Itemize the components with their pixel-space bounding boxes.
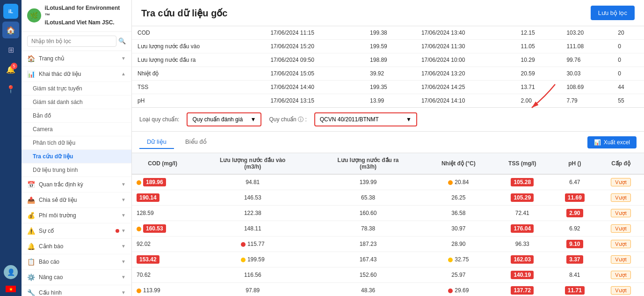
alert-icon: ⚠️ — [27, 227, 35, 235]
td-cod: 70.62 — [132, 267, 193, 283]
nav-label-khai-thac: Khai thác dữ liệu — [39, 71, 81, 77]
sidebar-subitem-giam-sat-danh-sach[interactable]: Giám sát danh sách — [22, 96, 131, 109]
summary-date2: 17/06/2024 13:20 — [416, 67, 515, 81]
chevron-chia-se: ▼ — [121, 197, 126, 202]
summary-val3: 7.79 — [561, 94, 612, 108]
td-nhiet: 25.97 — [424, 267, 493, 283]
summary-date1: 17/06/2024 11:15 — [265, 26, 364, 40]
summary-row: COD 17/06/2024 11:15 199.38 17/06/2024 1… — [132, 26, 644, 40]
td-lv-out: 48.36 — [312, 283, 424, 296]
td-ph: 11.71 — [552, 283, 598, 296]
vuot-badge: Vượt — [611, 224, 630, 233]
summary-val4: 55 — [612, 94, 644, 108]
chevron-canh-bao: ▼ — [121, 244, 126, 249]
td-cod: 160.53 — [132, 221, 193, 237]
save-filter-button[interactable]: Lưu bộ lọc — [591, 6, 635, 20]
icon-notification-badge[interactable]: 🔔 5 — [2, 61, 19, 78]
summary-val4: 44 — [612, 81, 644, 94]
nav-label-nang-cao: Nâng cao — [39, 274, 63, 281]
table-row: 153.42 199.59 167.43 32.75 162.03 3.37 V… — [132, 252, 644, 267]
data-table-header: COD (mg/l) Lưu lượng nước đầu vào(m3/h) … — [132, 153, 644, 174]
table-row: 128.59 122.38 160.60 36.58 72.41 2.90 Vư… — [132, 206, 644, 221]
th-cod: COD (mg/l) — [132, 153, 193, 174]
orange-dot — [137, 227, 141, 231]
export-excel-button[interactable]: 📊 Xuất excel — [587, 136, 637, 148]
search-input[interactable] — [27, 36, 116, 47]
su-co-dot — [116, 229, 119, 233]
language-flag[interactable] — [6, 286, 16, 292]
app-logo[interactable]: iL — [3, 4, 18, 19]
sidebar-item-su-co[interactable]: ⚠️ Sự cố ▼ — [22, 223, 131, 239]
icon-grid[interactable]: ⊞ — [2, 41, 19, 58]
company-logo-icon: 🌿 — [27, 8, 41, 22]
td-lv-in: 122.38 — [193, 206, 312, 221]
sidebar-item-khai-thac[interactable]: 📊 Khai thác dữ liệu ▲ — [22, 67, 131, 82]
chevron-khai-thac: ▲ — [121, 71, 126, 76]
table-row: 189.96 94.81 139.99 20.84 105.28 6.47 Vư… — [132, 174, 644, 190]
icon-location[interactable]: 📍 — [2, 81, 19, 97]
chevron-nang-cao: ▼ — [121, 274, 126, 280]
nav-label-canh-bao: Cảnh báo — [39, 243, 63, 250]
sidebar-item-nang-cao[interactable]: ⚙️ Nâng cao ▼ — [22, 270, 131, 285]
summary-table: COD 17/06/2024 11:15 199.38 17/06/2024 1… — [132, 26, 644, 107]
sidebar-subitem-phan-tich[interactable]: Phân tích dữ liệu — [22, 136, 131, 150]
chevron-su-co: ▼ — [121, 228, 126, 233]
summary-table-wrapper: COD 17/06/2024 11:15 199.38 17/06/2024 1… — [132, 26, 644, 108]
sidebar-subitem-giam-sat-truc-tuyen[interactable]: Giám sát trực tuyến — [22, 82, 131, 96]
td-tss: 105.29 — [493, 190, 552, 206]
vuot-badge: Vượt — [611, 255, 630, 264]
user-avatar[interactable]: 👤 — [4, 265, 18, 279]
table-row: 160.53 148.11 78.38 30.97 176.04 6.92 Vư… — [132, 221, 644, 237]
sidebar-subitem-camera[interactable]: Camera — [22, 123, 131, 136]
quy-chuan-select[interactable]: QCVN 40/2011/BTNMT ▼ — [314, 112, 417, 126]
vuot-badge: Vượt — [611, 240, 630, 248]
sidebar-item-cau-hinh[interactable]: 🔧 Cấu hình ▼ — [22, 285, 131, 296]
tab-du-lieu[interactable]: Dữ liệu — [139, 135, 174, 149]
orange-dot — [448, 180, 453, 185]
th-nhiet: Nhiệt độ (°C) — [424, 153, 493, 174]
td-cod: 190.14 — [132, 190, 193, 206]
sidebar-item-quan-trac[interactable]: 📅 Quan trắc định kỳ ▼ — [22, 177, 131, 192]
td-lv-out: 160.60 — [312, 206, 424, 221]
summary-val4: 20 — [612, 26, 644, 40]
td-cap-do: Vượt — [598, 221, 644, 237]
td-nhiet: 20.84 — [424, 174, 493, 190]
loai-quy-chuan-select[interactable]: Quy chuẩn đánh giá ▼ — [187, 112, 261, 126]
sidebar-subitem-du-lieu-tb[interactable]: Dữ liệu trung bình — [22, 163, 131, 177]
td-tss: 105.28 — [493, 174, 552, 190]
td-ph: 2.90 — [552, 206, 598, 221]
tss-value: 162.03 — [511, 255, 534, 264]
summary-name: TSS — [132, 81, 265, 94]
cod-value: 190.14 — [137, 193, 159, 202]
sidebar-item-canh-bao[interactable]: 🔔 Cảnh báo ▼ — [22, 239, 131, 254]
ph-value: 2.90 — [566, 209, 583, 217]
calendar-icon: 📅 — [27, 181, 35, 188]
summary-date2: 17/06/2024 13:40 — [416, 26, 515, 40]
page-title: Tra cứu dữ liệu gốc — [141, 7, 227, 19]
td-lv-in: 97.89 — [193, 283, 312, 296]
red-dot — [241, 242, 246, 247]
summary-date1: 17/06/2024 13:15 — [265, 94, 364, 108]
td-nhiet: 36.58 — [424, 206, 493, 221]
sidebar-item-trang-chu[interactable]: 🏠 Trang chủ ▼ — [22, 51, 131, 67]
yellow-dot — [241, 258, 246, 262]
search-icon[interactable]: 🔍 — [118, 37, 126, 44]
fee-icon: 💰 — [27, 212, 35, 219]
sidebar-item-bao-cao[interactable]: 📋 Báo cáo ▼ — [22, 254, 131, 270]
ph-value: 11.69 — [565, 193, 585, 202]
td-lv-in: 146.53 — [193, 190, 312, 206]
cod-value: 189.96 — [143, 178, 166, 186]
nav-label-bao-cao: Báo cáo — [39, 259, 59, 265]
summary-val3: 103.20 — [561, 26, 612, 40]
sidebar-item-chia-se[interactable]: 📤 Chia sẻ dữ liệu ▼ — [22, 192, 131, 208]
sidebar-subitem-tra-cuu[interactable]: Tra cứu dữ liệu — [22, 150, 131, 163]
td-cap-do: Vượt — [598, 267, 644, 283]
sidebar-item-phi-mt[interactable]: 💰 Phí môi trường ▼ — [22, 208, 131, 223]
tab-bieu-do[interactable]: Biểu đồ — [178, 135, 214, 149]
sidebar-subitem-ban-do[interactable]: Bản đồ — [22, 109, 131, 123]
home-icon: 🏠 — [27, 55, 35, 62]
tss-value: 137.72 — [511, 286, 534, 295]
nav-label-quan-trac: Quan trắc định kỳ — [39, 181, 83, 188]
td-lv-out: 152.60 — [312, 267, 424, 283]
icon-home[interactable]: 🏠 — [2, 22, 19, 38]
